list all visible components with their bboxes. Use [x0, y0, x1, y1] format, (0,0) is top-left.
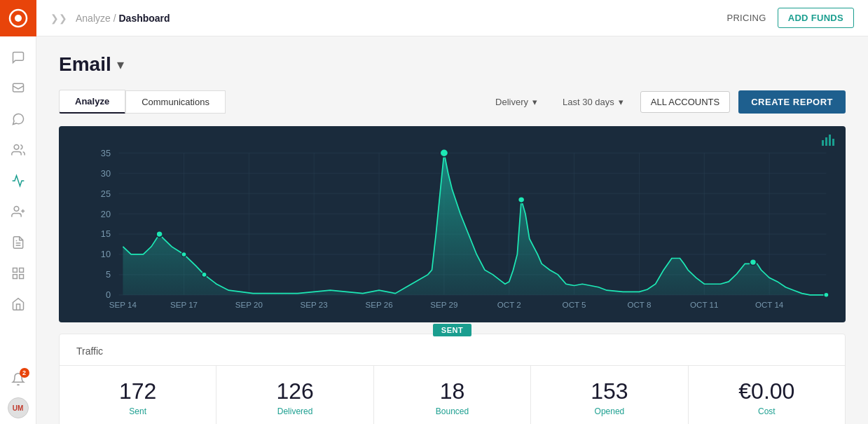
chart-type-icon[interactable]	[822, 135, 836, 149]
sidebar-item-inbox[interactable]	[0, 73, 36, 104]
content-area: Email ▾ Analyze Communications Delivery …	[36, 36, 868, 424]
sidebar-item-reports[interactable]	[0, 227, 36, 258]
svg-point-3	[14, 145, 19, 150]
create-report-button[interactable]: CREATE REPORT	[738, 90, 846, 114]
toolbar-right: Delivery ▾ Last 30 days ▾ ALL ACCOUNTS C…	[487, 90, 846, 114]
svg-text:10: 10	[101, 250, 111, 260]
page-header: Email ▾	[59, 53, 846, 76]
page-title: Email	[59, 53, 111, 76]
stat-opened: 153 Opened	[531, 366, 688, 424]
period-filter-label: Last 30 days	[563, 97, 614, 107]
pricing-link[interactable]: PRICING	[726, 13, 766, 23]
svg-rect-2	[13, 83, 23, 92]
legend-sent: SENT	[433, 324, 471, 336]
stat-cost-label: Cost	[689, 406, 845, 416]
chart-legend: SENT	[70, 324, 834, 336]
sidebar-item-bubble[interactable]	[0, 42, 36, 73]
period-chevron-icon: ▾	[619, 97, 624, 107]
period-filter-button[interactable]: Last 30 days ▾	[554, 92, 632, 112]
svg-text:SEP 23: SEP 23	[301, 301, 328, 309]
add-funds-button[interactable]: ADD FUNDS	[778, 8, 854, 28]
svg-rect-14	[825, 137, 827, 146]
svg-text:0: 0	[106, 291, 111, 301]
svg-rect-9	[13, 268, 17, 273]
svg-point-4	[14, 207, 19, 212]
chart-container: 35 30 25 20 15 10 5 0 SEP	[59, 126, 846, 322]
svg-rect-10	[19, 268, 23, 273]
svg-rect-12	[13, 275, 17, 279]
toolbar: Analyze Communications Delivery ▾ Last 3…	[59, 90, 846, 114]
svg-rect-16	[832, 139, 834, 146]
svg-text:SEP 17: SEP 17	[170, 301, 198, 309]
stat-delivered-value: 126	[216, 380, 373, 402]
svg-point-54	[156, 231, 163, 238]
sidebar-item-analyze[interactable]	[0, 165, 36, 196]
stat-cost: €0.00 Cost	[689, 366, 845, 424]
sidebar-item-contacts[interactable]	[0, 196, 36, 227]
stat-bounced: 18 Bounced	[374, 366, 531, 424]
delivery-chevron-icon: ▾	[532, 97, 537, 107]
stat-opened-label: Opened	[531, 406, 687, 416]
sidebar-item-template[interactable]	[0, 258, 36, 289]
breadcrumb: Analyze / Dashboard	[76, 13, 170, 24]
page-title-chevron-icon[interactable]: ▾	[117, 56, 124, 73]
notification-badge: 2	[20, 368, 29, 378]
svg-text:SEP 29: SEP 29	[430, 301, 457, 309]
stat-bounced-value: 18	[374, 380, 530, 402]
tab-communications[interactable]: Communications	[125, 90, 226, 114]
svg-text:OCT 8: OCT 8	[627, 301, 651, 309]
svg-text:SEP 20: SEP 20	[235, 301, 263, 309]
topbar-right: PRICING ADD FUNDS	[726, 8, 854, 28]
stat-bounced-label: Bounced	[374, 406, 530, 416]
traffic-stats: 172 Sent 126 Delivered 18 Bounced 153 Op…	[60, 365, 845, 424]
svg-text:SEP 26: SEP 26	[365, 301, 392, 309]
traffic-title: Traffic	[60, 346, 845, 365]
breadcrumb-current: Dashboard	[118, 13, 170, 24]
sidebar-item-feedback[interactable]	[0, 104, 36, 135]
svg-text:20: 20	[101, 210, 111, 219]
breadcrumb-prefix: Analyze /	[76, 13, 118, 24]
svg-text:15: 15	[101, 230, 111, 240]
traffic-section: Traffic 172 Sent 126 Delivered 18 Bounce…	[59, 334, 846, 424]
svg-text:SEP 14: SEP 14	[109, 301, 137, 309]
stat-sent-label: Sent	[60, 406, 216, 416]
svg-text:OCT 14: OCT 14	[755, 301, 783, 309]
svg-rect-13	[822, 140, 824, 146]
svg-point-57	[440, 149, 448, 157]
sidebar-bottom: 2 UM	[0, 364, 36, 424]
nav-chevron[interactable]: ❯❯	[50, 13, 67, 24]
stat-cost-value: €0.00	[689, 380, 845, 402]
stat-opened-value: 153	[531, 380, 687, 402]
sidebar-item-person[interactable]	[0, 135, 36, 165]
sidebar: 2 UM	[0, 0, 36, 424]
svg-text:OCT 11: OCT 11	[690, 301, 718, 309]
stat-delivered: 126 Delivered	[216, 366, 373, 424]
svg-text:30: 30	[101, 169, 111, 179]
notification-button[interactable]: 2	[0, 364, 36, 395]
svg-text:OCT 2: OCT 2	[497, 301, 521, 309]
chart-svg: 35 30 25 20 15 10 5 0 SEP	[70, 137, 834, 317]
svg-text:OCT 5: OCT 5	[563, 301, 586, 309]
svg-point-58	[518, 197, 525, 203]
avatar[interactable]: UM	[8, 397, 29, 418]
svg-point-1	[15, 15, 22, 22]
svg-rect-11	[19, 275, 23, 279]
topbar: ❯❯ Analyze / Dashboard PRICING ADD FUNDS	[36, 0, 868, 36]
main-area: ❯❯ Analyze / Dashboard PRICING ADD FUNDS…	[36, 0, 868, 424]
svg-point-60	[824, 292, 829, 297]
svg-point-55	[181, 252, 186, 257]
stat-delivered-label: Delivered	[216, 406, 373, 416]
brand-logo[interactable]	[0, 0, 36, 36]
stat-sent: 172 Sent	[60, 366, 216, 424]
svg-point-59	[750, 259, 756, 266]
svg-text:35: 35	[101, 149, 111, 158]
all-accounts-button[interactable]: ALL ACCOUNTS	[640, 91, 731, 113]
tab-analyze[interactable]: Analyze	[59, 90, 125, 114]
svg-text:5: 5	[106, 271, 111, 280]
sidebar-item-store[interactable]	[0, 289, 36, 320]
delivery-filter-button[interactable]: Delivery ▾	[487, 92, 546, 112]
svg-text:25: 25	[101, 189, 111, 199]
delivery-filter-label: Delivery	[495, 97, 528, 107]
sidebar-nav	[0, 36, 36, 364]
svg-point-56	[202, 273, 207, 278]
